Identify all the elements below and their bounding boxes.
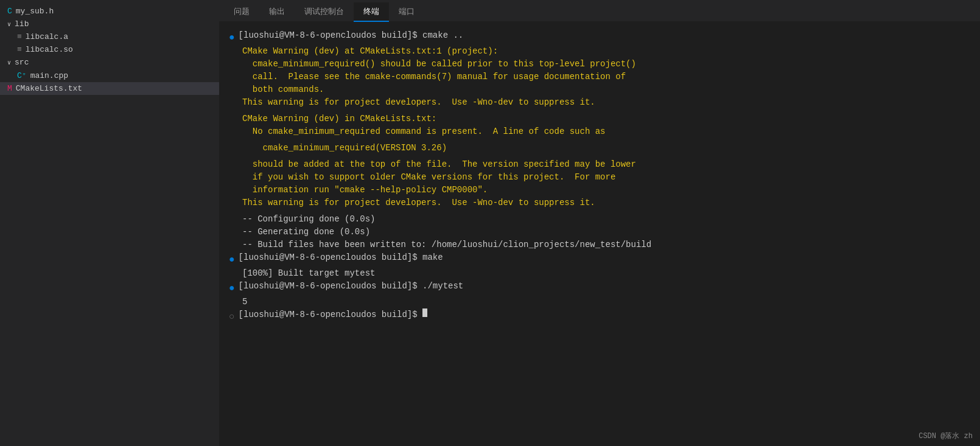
- sidebar-item-libcalc_a[interactable]: ≡ libcalc.a: [0, 30, 219, 43]
- terminal-line: -- Build files have been written to: /ho…: [229, 239, 970, 251]
- file-icon-libcalc_a: ≡: [17, 32, 22, 41]
- terminal-line: should be added at the top of the file. …: [229, 158, 970, 171]
- terminal-line: No cmake_minimum_required command is pre…: [229, 125, 970, 138]
- tab-port[interactable]: 端口: [389, 2, 424, 22]
- warn-text: This warning is for project developers. …: [229, 96, 595, 109]
- main-area: 问题输出调试控制台终端端口 ●[luoshui@VM-8-6-opencloud…: [219, 0, 980, 446]
- terminal-line: This warning is for project developers. …: [229, 96, 970, 109]
- sidebar-label-my_sub_h: my_sub.h: [16, 7, 54, 16]
- normal-text: [100%] Built target mytest: [229, 267, 375, 280]
- terminal-line: cmake_minimum_required() should be calle…: [229, 58, 970, 71]
- sidebar-label-libcalc_a: libcalc.a: [26, 32, 68, 41]
- sidebar-label-cmakelists: CMakeLists.txt: [16, 84, 82, 93]
- dot-blue-icon: ●: [229, 253, 235, 267]
- terminal-line: -- Generating done (0.0s): [229, 226, 970, 239]
- file-icon-cmakelists: M: [7, 84, 12, 93]
- sidebar-item-src[interactable]: ∨ src: [0, 56, 219, 69]
- warn-text: should be added at the top of the file. …: [229, 158, 636, 171]
- prompt-text: [luoshui@VM-8-6-opencloudos build]$: [239, 308, 422, 321]
- terminal-line: This warning is for project developers. …: [229, 197, 970, 209]
- tab-problems[interactable]: 问题: [224, 2, 259, 22]
- terminal-line: if you wish to support older CMake versi…: [229, 171, 970, 184]
- warn-text: CMake Warning (dev) in CMakeLists.txt:: [229, 113, 436, 125]
- warn-text: CMake Warning (dev) at CMakeLists.txt:1 …: [229, 45, 498, 58]
- warn-text: information run "cmake --help-policy CMP…: [229, 184, 488, 197]
- tab-bar: 问题输出调试控制台终端端口: [219, 0, 980, 22]
- warn-text: cmake_minimum_required() should be calle…: [229, 58, 636, 71]
- terminal-line: CMake Warning (dev) in CMakeLists.txt:: [229, 113, 970, 125]
- warn-text: if you wish to support older CMake versi…: [229, 171, 615, 184]
- terminal-line: [100%] Built target mytest: [229, 267, 970, 280]
- cmd-text: [luoshui@VM-8-6-opencloudos build]$ make: [239, 251, 443, 264]
- terminal-line: ●[luoshui@VM-8-6-opencloudos build]$ mak…: [229, 251, 970, 267]
- dot-gray-icon: ○: [229, 310, 235, 324]
- sidebar-item-lib[interactable]: ∨ lib: [0, 18, 219, 30]
- warn-text: This warning is for project developers. …: [229, 197, 595, 209]
- sidebar-label-main_cpp: main.cpp: [30, 71, 68, 80]
- terminal-line: ●[luoshui@VM-8-6-opencloudos build]$ cma…: [229, 29, 970, 45]
- sidebar-item-main_cpp[interactable]: C⁺ main.cpp: [0, 69, 219, 82]
- dot-blue-icon: ●: [229, 30, 235, 45]
- warn-text: No cmake_minimum_required command is pre…: [229, 125, 606, 138]
- terminal-line: call. Please see the cmake-commands(7) m…: [229, 71, 970, 83]
- cmd-text: [luoshui@VM-8-6-opencloudos build]$ ./my…: [239, 280, 464, 293]
- terminal-line: CMake Warning (dev) at CMakeLists.txt:1 …: [229, 45, 970, 58]
- warn-text: both commands.: [229, 83, 324, 96]
- tab-terminal[interactable]: 终端: [354, 2, 389, 22]
- terminal-line: ○[luoshui@VM-8-6-opencloudos build]$: [229, 308, 970, 324]
- normal-text: -- Configuring done (0.0s): [229, 213, 375, 226]
- dot-blue-icon: ●: [229, 281, 235, 296]
- file-icon-libcalc_so: ≡: [17, 45, 22, 54]
- terminal-line: both commands.: [229, 83, 970, 96]
- terminal-line: cmake_minimum_required(VERSION 3.26): [229, 142, 970, 155]
- sidebar-label-lib: lib: [15, 19, 29, 29]
- terminal-line: ●[luoshui@VM-8-6-opencloudos build]$ ./m…: [229, 280, 970, 296]
- terminal-line: 5: [229, 296, 970, 308]
- tab-output[interactable]: 输出: [259, 2, 295, 22]
- warn-text: call. Please see the cmake-commands(7) m…: [229, 71, 626, 83]
- terminal-line: -- Configuring done (0.0s): [229, 213, 970, 226]
- normal-text: -- Generating done (0.0s): [229, 226, 370, 239]
- sidebar: C my_sub.h∨ lib≡ libcalc.a≡ libcalc.so∨ …: [0, 0, 219, 446]
- file-icon-my_sub_h: C: [7, 7, 12, 16]
- cmd-text: [luoshui@VM-8-6-opencloudos build]$ cmak…: [239, 29, 464, 42]
- terminal-panel[interactable]: ●[luoshui@VM-8-6-opencloudos build]$ cma…: [219, 22, 980, 446]
- bottom-right-label: CSDN @落水 zh: [919, 431, 973, 441]
- normal-text: -- Build files have been written to: /ho…: [229, 239, 651, 251]
- file-icon-main_cpp: C⁺: [17, 71, 27, 80]
- tab-debug_console[interactable]: 调试控制台: [295, 2, 354, 22]
- terminal-cursor: [422, 308, 427, 317]
- file-icon-src: ∨: [7, 59, 11, 66]
- sidebar-label-src: src: [15, 58, 29, 67]
- sidebar-item-libcalc_so[interactable]: ≡ libcalc.so: [0, 43, 219, 56]
- sidebar-label-libcalc_so: libcalc.so: [26, 45, 73, 54]
- normal-text: 5: [229, 296, 247, 308]
- warn-text: cmake_minimum_required(VERSION 3.26): [229, 142, 447, 155]
- file-icon-lib: ∨: [7, 21, 11, 28]
- terminal-line: information run "cmake --help-policy CMP…: [229, 184, 970, 197]
- sidebar-item-my_sub_h[interactable]: C my_sub.h: [0, 5, 219, 18]
- sidebar-item-cmakelists[interactable]: M CMakeLists.txt: [0, 82, 219, 95]
